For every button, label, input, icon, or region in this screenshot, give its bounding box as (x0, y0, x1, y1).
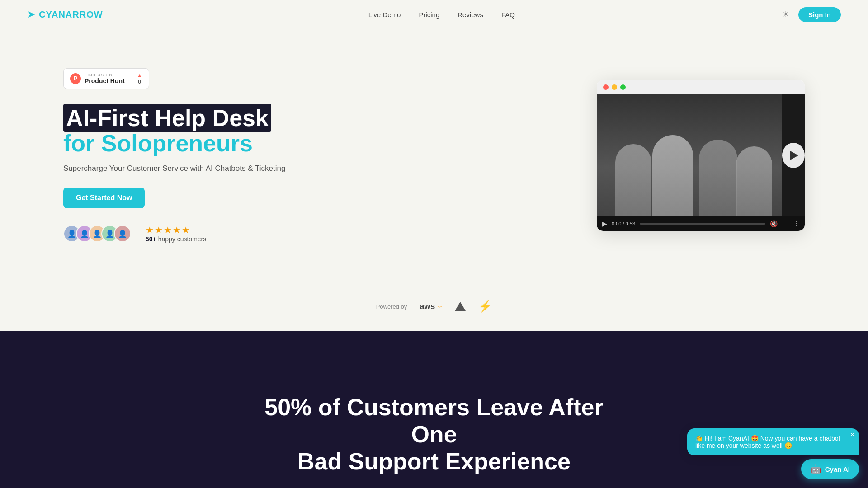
rating-wrap: ★★★★★ 50+ happy customers (146, 225, 206, 243)
logo[interactable]: ➤ CYANARROW (27, 9, 103, 20)
star-rating: ★★★★★ (146, 225, 206, 235)
vote-count: 0 (138, 79, 141, 85)
video-progress-bar[interactable] (640, 223, 765, 225)
nav-faq[interactable]: FAQ (501, 11, 515, 19)
customers-text: 50+ happy customers (146, 235, 206, 243)
vercel-triangle-icon (455, 302, 466, 311)
hero-subtitle: Supercharge Your Customer Service with A… (63, 164, 316, 173)
logo-icon: ➤ (27, 9, 35, 20)
product-hunt-votes: ▲ 0 (132, 72, 142, 85)
play-icon (790, 151, 798, 160)
avatar: 👤 (114, 225, 131, 242)
chat-widget: × 👋 Hi! I am CyanAI 🤩 Now you can have a… (687, 428, 859, 479)
hero-section: P FIND US ON Product Hunt ▲ 0 AI-First H… (0, 29, 868, 291)
window-bar (597, 80, 805, 94)
product-hunt-logo: P (70, 73, 81, 84)
supabase-logo: ⚡ (478, 300, 492, 313)
product-hunt-text: FIND US ON Product Hunt (85, 73, 125, 84)
get-started-button[interactable]: Get Started Now (63, 188, 145, 208)
nav-right: ☀ Sign In (780, 7, 841, 22)
nav-pricing[interactable]: Pricing (419, 11, 439, 19)
hero-right: ▶ 0:00 / 0:53 🔇 ⛶ ⋮ (316, 80, 805, 231)
dark-headline: 50% of Customers Leave After One Bad Sup… (253, 394, 615, 475)
chat-button-label: Cyan AI (825, 465, 850, 473)
nav-reviews[interactable]: Reviews (458, 11, 483, 19)
video-play-ctrl[interactable]: ▶ (602, 220, 607, 227)
powered-by-section: Powered by aws ⌣ ⚡ (0, 291, 868, 331)
product-hunt-badge[interactable]: P FIND US ON Product Hunt ▲ 0 (63, 68, 149, 89)
product-hunt-find-label: FIND US ON (85, 73, 125, 77)
video-window: ▶ 0:00 / 0:53 🔇 ⛶ ⋮ (597, 80, 805, 231)
nav-live-demo[interactable]: Live Demo (368, 11, 401, 19)
video-scene (597, 94, 782, 216)
headline-blue: for Solopreneurs (63, 130, 253, 156)
theme-toggle-button[interactable]: ☀ (780, 8, 791, 21)
logo-text: CYANARROW (39, 9, 103, 20)
avatar-group: 👤 👤 👤 👤 👤 (63, 225, 131, 242)
chat-bubble-text: 👋 Hi! I am CyanAI 🤩 Now you can have a c… (695, 435, 840, 449)
upvote-arrow-icon: ▲ (137, 72, 142, 79)
headline-highlighted: AI-First Help Desk (63, 104, 271, 132)
window-close-dot (603, 84, 609, 90)
video-controls: ▶ 0:00 / 0:53 🔇 ⛶ ⋮ (597, 216, 805, 231)
video-mute-button[interactable]: 🔇 (770, 220, 778, 227)
powered-label: Powered by (376, 303, 407, 310)
window-minimize-dot (612, 84, 617, 90)
chat-close-button[interactable]: × (850, 431, 854, 438)
vercel-logo (455, 302, 466, 311)
aws-logo: aws ⌣ (420, 302, 442, 311)
video-area[interactable] (597, 94, 805, 216)
nav-links: Live Demo Pricing Reviews FAQ (368, 11, 515, 19)
video-more-button[interactable]: ⋮ (793, 220, 799, 227)
chat-open-button[interactable]: 🤖 Cyan AI (801, 459, 859, 479)
hero-left: P FIND US ON Product Hunt ▲ 0 AI-First H… (63, 68, 316, 243)
supabase-bolt-icon: ⚡ (478, 300, 492, 313)
navbar: ➤ CYANARROW Live Demo Pricing Reviews FA… (0, 0, 868, 29)
aws-smile-icon: ⌣ (437, 302, 442, 310)
video-time: 0:00 / 0:53 (612, 221, 635, 226)
product-hunt-name: Product Hunt (85, 77, 125, 84)
social-proof: 👤 👤 👤 👤 👤 ★★★★★ 50+ happy customers (63, 225, 316, 243)
aws-text: aws (420, 302, 435, 311)
video-fullscreen-button[interactable]: ⛶ (782, 220, 788, 227)
video-play-button[interactable] (782, 143, 805, 168)
hero-headline: AI-First Help Desk for Solopreneurs (63, 105, 316, 156)
window-maximize-dot (620, 84, 626, 90)
signin-button[interactable]: Sign In (798, 7, 841, 22)
chat-bubble: × 👋 Hi! I am CyanAI 🤩 Now you can have a… (687, 428, 859, 455)
chat-icon: 🤖 (810, 464, 821, 474)
